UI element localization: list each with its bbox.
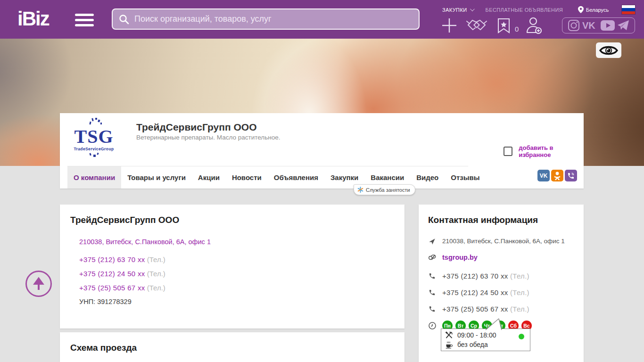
lunch-info: без обеда	[457, 341, 488, 348]
employment-service-tooltip: Служба занятости	[354, 184, 415, 195]
search-input[interactable]	[134, 14, 413, 24]
tab-video[interactable]: Видео	[410, 166, 445, 189]
phone-link[interactable]: +375 (212) 63 70 xx	[79, 255, 145, 263]
arrow-up-icon	[33, 277, 45, 291]
tab-ads[interactable]: Объявления	[268, 166, 324, 189]
country-selector[interactable]: Беларусь	[578, 6, 609, 13]
scroll-to-top-button[interactable]	[25, 271, 52, 297]
favorite-label: добавить в избранное	[519, 144, 584, 158]
work-hours-icon	[445, 331, 453, 339]
phone-link[interactable]: +375 (25) 505 67 xx	[79, 284, 145, 292]
tab-products[interactable]: Товары и услуги	[121, 166, 192, 189]
phone-link[interactable]: +375 (25) 505 67 xx	[442, 305, 508, 313]
telegram-icon[interactable]	[617, 20, 629, 31]
phone-link[interactable]: +375 (212) 24 50 xx	[79, 270, 145, 278]
add-company-icon[interactable]	[438, 17, 460, 33]
schedule-pointer	[485, 318, 504, 330]
website-link[interactable]: tsgroup.by	[442, 254, 478, 261]
tab-news[interactable]: Новости	[226, 166, 268, 189]
company-logo: TSG TradeServiceGroup	[67, 118, 120, 164]
phone-icon	[429, 289, 436, 296]
search-icon	[118, 14, 130, 25]
vk-icon[interactable]: VK	[582, 20, 598, 31]
instagram-icon[interactable]	[568, 19, 580, 32]
tab-about[interactable]: О компании	[67, 166, 121, 189]
phone-link[interactable]: +375 (212) 63 70 xx	[442, 272, 508, 280]
contact-address: 210038, Витебск, С.Панковой, 6А, офис 1	[442, 238, 565, 245]
employment-service-icon	[357, 187, 363, 193]
header-social-links: VK	[562, 17, 635, 33]
contact-phone-row: +375 (25) 505 67 xx (Тел.)	[428, 305, 574, 313]
phone-row: +375 (25) 505 67 xx (Тел.)	[79, 284, 394, 292]
clock-icon	[429, 322, 436, 329]
header: iBiz ЗАКУПКИ БЕСПЛАТНЫЕ ОБЪЯВЛЕНИЯ Белар…	[0, 0, 644, 39]
unp-number: УНП: 391278329	[79, 298, 394, 305]
tab-promos[interactable]: Акции	[192, 166, 226, 189]
user-account-icon[interactable]	[519, 17, 549, 34]
lunch-cup-icon	[445, 341, 453, 349]
map-card: Схема проезда	[60, 332, 405, 362]
viber-icon[interactable]	[565, 170, 577, 181]
svg-text:VK: VK	[582, 20, 595, 31]
handshake-icon[interactable]	[460, 17, 493, 33]
phone-link[interactable]: +375 (212) 24 50 xx	[442, 288, 508, 296]
website-row: tsgroup.by	[428, 254, 574, 262]
language-flag-ru[interactable]	[621, 5, 636, 15]
about-title: ТрейдСервисГрупп ООО	[70, 215, 394, 225]
schedule-popup: 09:00 - 18:00 без обеда	[441, 329, 530, 351]
company-name: ТрейдСервисГрупп ООО	[136, 122, 257, 133]
favorite-checkbox[interactable]	[504, 147, 512, 156]
about-card: ТрейдСервисГрупп ООО 210038, Витебск, С.…	[60, 205, 405, 329]
phone-icon	[429, 272, 436, 280]
menu-icon[interactable]	[75, 14, 94, 27]
odnoklassniki-icon[interactable]	[551, 170, 563, 181]
phone-row: +375 (212) 63 70 xx (Тел.)	[79, 255, 394, 263]
contact-address-row: 210038, Витебск, С.Панковой, 6А, офис 1	[428, 238, 574, 245]
add-to-favorites[interactable]: добавить в избранное	[504, 144, 584, 158]
favorites-count: 0	[515, 25, 519, 33]
free-ads-link[interactable]: БЕСПЛАТНЫЕ ОБЪЯВЛЕНИЯ	[486, 7, 563, 13]
site-logo[interactable]: iBiz	[17, 8, 49, 30]
company-address-link[interactable]: 210038, Витебск, С.Панковой, 6А, офис 1	[79, 238, 211, 246]
work-hours: 09:00 - 18:00	[457, 331, 496, 339]
accessibility-eye-icon[interactable]	[596, 42, 621, 58]
tab-reviews[interactable]: Отзывы	[445, 166, 486, 189]
favorites-bookmark-icon[interactable]	[493, 18, 514, 33]
contact-info-card: Контактная информация 210038, Витебск, С…	[419, 205, 584, 362]
company-description: Ветеринарные препараты. Масло растительн…	[136, 134, 280, 141]
contact-phone-row: +375 (212) 63 70 xx (Тел.)	[428, 272, 574, 280]
header-links: ЗАКУПКИ БЕСПЛАТНЫЕ ОБЪЯВЛЕНИЯ Беларусь	[442, 6, 609, 13]
navigation-arrow-icon	[429, 238, 436, 245]
phone-icon	[429, 305, 436, 313]
location-pin-icon	[578, 6, 584, 13]
vk-share-icon[interactable]: VK	[537, 170, 550, 181]
header-actions: 0	[438, 17, 549, 34]
chevron-down-icon	[470, 7, 474, 11]
country-label: Беларусь	[586, 7, 609, 13]
contact-phone-row: +375 (212) 24 50 xx (Тел.)	[428, 288, 574, 296]
search-bar	[112, 8, 420, 30]
map-title: Схема проезда	[70, 343, 394, 353]
zakupki-link[interactable]: ЗАКУПКИ	[442, 7, 467, 13]
company-social-links: VK	[536, 170, 577, 181]
company-header-card: TSG TradeServiceGroup ТрейдСервисГрупп О…	[60, 113, 584, 189]
open-now-indicator	[519, 334, 524, 339]
contacts-title: Контактная информация	[428, 215, 574, 225]
phone-row: +375 (212) 24 50 xx (Тел.)	[79, 270, 394, 278]
link-icon	[429, 254, 436, 262]
youtube-icon[interactable]	[601, 20, 615, 31]
